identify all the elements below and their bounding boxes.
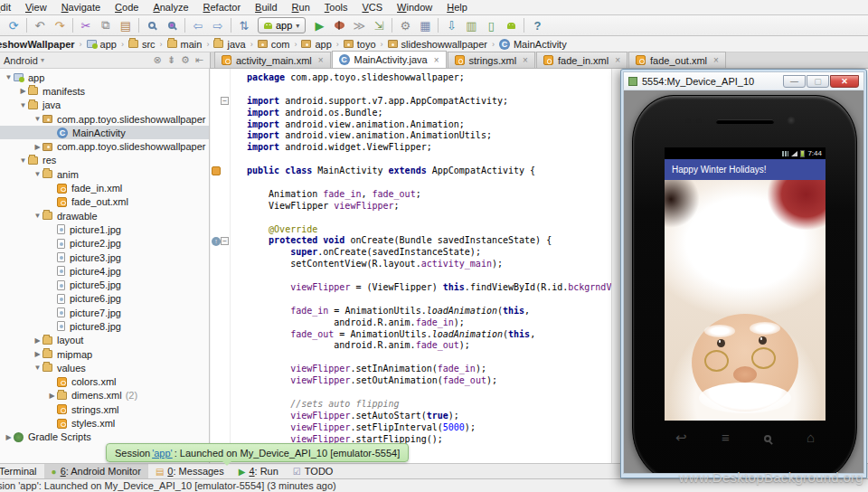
tree-item-values[interactable]: ▼values bbox=[0, 361, 209, 374]
chevron-down-icon[interactable]: ▾ bbox=[38, 56, 47, 64]
tree-item-styles-xml[interactable]: styles.xml bbox=[0, 416, 209, 430]
tree-item-picture6-jpg[interactable]: picture6.jpg bbox=[0, 292, 209, 306]
menu-item-refactor[interactable]: Refactor bbox=[196, 0, 249, 15]
tree-item-gradle-scripts[interactable]: ▶Gradle Scripts bbox=[0, 430, 209, 444]
avd-manager-icon[interactable]: ▯ bbox=[481, 16, 501, 34]
tree-item-picture2-jpg[interactable]: picture2.jpg bbox=[0, 237, 209, 251]
chevron-down-icon[interactable]: ▼ bbox=[18, 156, 28, 165]
project-view-selector[interactable]: Android bbox=[4, 55, 38, 66]
tree-item-app[interactable]: ▼app bbox=[0, 71, 209, 84]
tree-item-picture7-jpg[interactable]: picture7.jpg bbox=[0, 306, 209, 319]
replace-icon[interactable] bbox=[162, 16, 182, 34]
tool-window-0-messages[interactable]: ▤0: Messages bbox=[148, 464, 231, 479]
help-icon[interactable]: ? bbox=[527, 16, 547, 34]
chevron-down-icon[interactable]: ▼ bbox=[33, 115, 42, 123]
tree-item-layout[interactable]: ▶layout bbox=[0, 334, 209, 347]
android-icon[interactable] bbox=[501, 16, 521, 34]
chevron-right-icon[interactable]: ▶ bbox=[33, 336, 42, 345]
tab-strings-xml[interactable]: strings.xml× bbox=[448, 52, 535, 68]
menu-item-vcs[interactable]: VCS bbox=[354, 0, 390, 15]
menu-nav-icon[interactable]: ≡ bbox=[722, 430, 730, 445]
tab-mainactivity-java[interactable]: CMainActivity.java× bbox=[332, 51, 447, 68]
coverage-icon[interactable]: ≫ bbox=[349, 16, 369, 34]
tree-item-mainactivity[interactable]: CMainActivity bbox=[0, 126, 209, 139]
find-icon[interactable] bbox=[142, 16, 162, 34]
breadcrumb-item-app[interactable]: app bbox=[85, 39, 118, 50]
tree-item-java[interactable]: ▼java bbox=[0, 99, 209, 112]
collapse-all-icon[interactable]: ⊗ bbox=[150, 54, 164, 66]
chevron-down-icon[interactable]: ▼ bbox=[4, 73, 14, 81]
menu-item-code[interactable]: Code bbox=[108, 0, 146, 15]
sync-icon[interactable]: ⟳ bbox=[4, 16, 24, 34]
close-icon[interactable]: × bbox=[434, 55, 439, 65]
sdk-manager-icon[interactable]: ⇩ bbox=[441, 16, 461, 34]
override-marker-icon[interactable]: ↑ bbox=[212, 237, 221, 246]
undo-icon[interactable]: ↶ bbox=[30, 16, 50, 34]
breadcrumb-item-src[interactable]: src bbox=[127, 39, 157, 50]
close-icon[interactable]: × bbox=[318, 55, 324, 65]
settings-gear-icon[interactable]: ⚙ bbox=[178, 54, 193, 66]
tree-item-strings-xml[interactable]: strings.xml bbox=[0, 402, 209, 416]
redo-icon[interactable]: ↷ bbox=[50, 16, 70, 34]
tree-item-com-app-toyo-slideshowwallpaper[interactable]: ▶com.app.toyo.slideshowwallpaper(android… bbox=[0, 139, 209, 153]
tree-item-dimens-xml[interactable]: ▶dimens.xml(2) bbox=[0, 389, 209, 402]
tab-fade-in-xml[interactable]: fade_in.xml× bbox=[536, 52, 627, 68]
search-nav-icon[interactable] bbox=[764, 435, 771, 442]
close-icon[interactable]: × bbox=[615, 55, 620, 65]
emulator-title-bar[interactable]: 5554:My_Device_API_10 — ▢ ✕ bbox=[623, 71, 864, 90]
menu-item-view[interactable]: View bbox=[18, 0, 54, 15]
android-monitor-icon[interactable]: ▥ bbox=[461, 16, 481, 34]
scroll-from-source-icon[interactable]: ⇟ bbox=[165, 54, 178, 66]
breadcrumb-item-main[interactable]: main bbox=[165, 39, 204, 50]
related-file-icon[interactable] bbox=[212, 166, 221, 175]
tab-fade-out-xml[interactable]: fade_out.xml× bbox=[628, 52, 726, 68]
tree-item-com-app-toyo-slideshowwallpaper[interactable]: ▼com.app.toyo.slideshowwallpaper bbox=[0, 112, 209, 126]
menu-item-build[interactable]: Build bbox=[248, 0, 284, 15]
breadcrumb-item-java[interactable]: java bbox=[212, 39, 247, 50]
tree-item-picture4-jpg[interactable]: picture4.jpg bbox=[0, 264, 209, 278]
tab-activity-main-xml[interactable]: activity_main.xml× bbox=[214, 52, 331, 68]
maximize-button[interactable]: ▢ bbox=[807, 75, 829, 88]
tree-item-picture8-jpg[interactable]: picture8.jpg bbox=[0, 319, 209, 333]
tool-window-terminal[interactable]: Terminal bbox=[0, 464, 44, 479]
tree-item-drawable[interactable]: ▼drawable bbox=[0, 209, 209, 222]
forward-icon[interactable]: ⇨ bbox=[208, 16, 228, 34]
paste-icon[interactable]: ▤ bbox=[116, 16, 136, 34]
run-icon[interactable]: ▶ bbox=[309, 16, 329, 34]
back-nav-icon[interactable]: ↩ bbox=[675, 430, 687, 445]
chevron-right-icon[interactable]: ▶ bbox=[18, 87, 28, 95]
phone-screen[interactable]: 7:44 Happy Winter Holidays! bbox=[665, 147, 826, 421]
tree-item-fade-out-xml[interactable]: fade_out.xml bbox=[0, 195, 209, 209]
breadcrumb-item-app[interactable]: app bbox=[299, 39, 333, 50]
close-icon[interactable]: × bbox=[523, 55, 528, 65]
tree-item-anim[interactable]: ▼anim bbox=[0, 167, 209, 181]
chevron-right-icon[interactable]: ▶ bbox=[47, 392, 57, 400]
breadcrumb-item-slideshowwallpaper[interactable]: SlideshowWallpaper bbox=[0, 39, 77, 50]
chevron-down-icon[interactable]: ▼ bbox=[33, 364, 42, 372]
fold-icon[interactable]: − bbox=[221, 97, 229, 105]
tree-item-fade-in-xml[interactable]: fade_in.xml bbox=[0, 181, 209, 194]
breadcrumb-item-toyo[interactable]: toyo bbox=[342, 39, 378, 50]
cut-icon[interactable]: ✂ bbox=[76, 16, 96, 34]
close-icon[interactable]: × bbox=[713, 55, 719, 65]
menu-item-navigate[interactable]: Navigate bbox=[54, 0, 108, 15]
breadcrumb-item-mainactivity[interactable]: CMainActivity bbox=[497, 39, 569, 50]
menu-item-tools[interactable]: Tools bbox=[317, 0, 355, 15]
minimize-button[interactable]: — bbox=[783, 75, 806, 88]
menu-item-analyze[interactable]: Analyze bbox=[146, 0, 195, 15]
breadcrumb-item-com[interactable]: com bbox=[256, 39, 292, 50]
chevron-down-icon[interactable]: ▼ bbox=[18, 101, 28, 109]
debug-icon[interactable] bbox=[329, 16, 349, 34]
breadcrumb-item-slideshowwallpaper[interactable]: slideshowwallpaper bbox=[386, 39, 489, 50]
fold-icon[interactable]: − bbox=[221, 237, 229, 245]
chevron-right-icon[interactable]: ▶ bbox=[33, 143, 42, 151]
chevron-down-icon[interactable]: ▼ bbox=[33, 212, 42, 220]
tree-item-res[interactable]: ▼res bbox=[0, 154, 209, 167]
close-button[interactable]: ✕ bbox=[830, 75, 859, 88]
sort-icon[interactable]: ⇅ bbox=[234, 16, 254, 34]
attach-debugger-icon[interactable]: ⇲ bbox=[369, 16, 389, 34]
tree-item-colors-xml[interactable]: colors.xml bbox=[0, 375, 209, 389]
menu-item-edit[interactable]: Edit bbox=[0, 0, 18, 15]
tool-window-4-run[interactable]: ▶4: Run bbox=[231, 464, 286, 479]
tree-item-picture1-jpg[interactable]: picture1.jpg bbox=[0, 222, 209, 236]
